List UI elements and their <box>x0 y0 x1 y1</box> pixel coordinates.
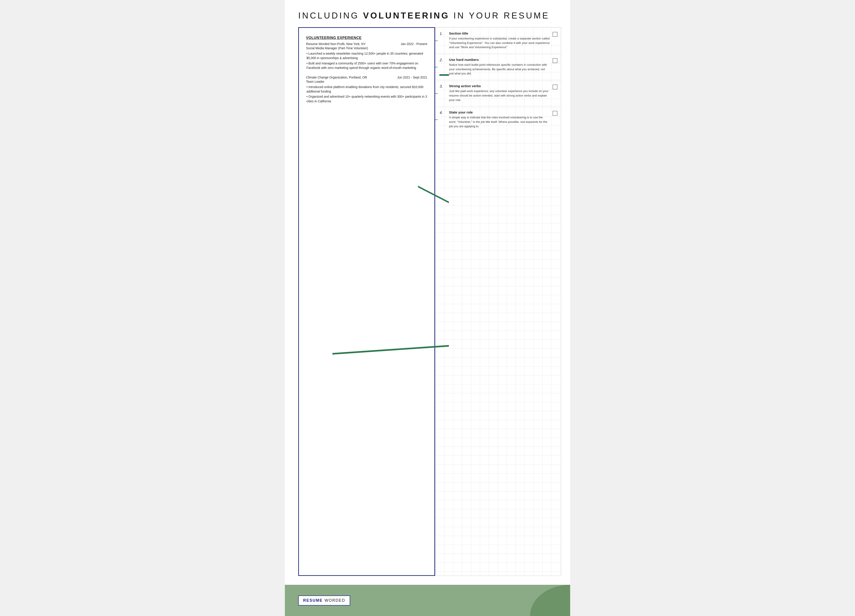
resume-bullet-1-2: • Built and managed a community of 2500+… <box>306 61 427 70</box>
tip-content-3: Strong action verbs Just like paid work … <box>449 84 550 102</box>
tip-checkbox-4[interactable] <box>553 111 558 116</box>
main-content: VOLUNTEERING EXPERIENCE Resume Worded No… <box>285 27 570 585</box>
resume-role-2: Team Leader <box>306 80 427 83</box>
title-suffix: IN YOUR RESUME <box>450 11 550 20</box>
tip-description-4: A simple way to indicate that the roles … <box>449 115 550 129</box>
resume-org-line-2: Climate Change Organization, Portland, O… <box>306 75 427 79</box>
tip-number-3: 3. <box>440 84 447 89</box>
page-title: INCLUDING VOLUNTEERING IN YOUR RESUME <box>298 11 557 20</box>
resume-org-1: Resume Worded Non-Profit, New York, NY <box>306 42 366 46</box>
resume-role-1: Social Media Manager (Part-Time Voluntee… <box>306 46 427 50</box>
title-bold: VOLUNTEERING <box>363 11 450 20</box>
tip-checkbox-1[interactable] <box>553 32 558 37</box>
resume-date-2: Jun 2021 - Sept 2021 <box>397 75 427 79</box>
tip-title-2: Use hard numbers <box>449 58 550 61</box>
resume-section-title: VOLUNTEERING EXPERIENCE <box>306 36 427 40</box>
tip-title-4: State your role <box>449 110 550 114</box>
title-prefix: INCLUDING <box>298 11 363 20</box>
tip-checkbox-3[interactable] <box>553 84 558 89</box>
resume-org-2: Climate Change Organization, Portland, O… <box>306 75 367 79</box>
resume-bullet-2-1: • Introduced online platform enabling do… <box>306 85 427 94</box>
tip-title-3: Strong action verbs <box>449 84 550 88</box>
tip-item-3: 3. Strong action verbs Just like paid wo… <box>435 80 561 106</box>
tip-description-1: If your volunteering experience is subst… <box>449 36 550 49</box>
resume-panel: VOLUNTEERING EXPERIENCE Resume Worded No… <box>298 27 435 576</box>
tip-number-1: 1. <box>440 31 447 36</box>
tip-content-1: Section title If your volunteering exper… <box>449 31 550 49</box>
tip-number-4: 4. <box>440 110 447 115</box>
brand-worded: WORDED <box>325 598 345 603</box>
bottom-section: RESUME WORDED <box>285 585 570 616</box>
resume-date-1: Jan 2022 - Present <box>401 42 427 46</box>
title-section: INCLUDING VOLUNTEERING IN YOUR RESUME <box>285 0 570 27</box>
tip-title-1: Section title <box>449 31 550 35</box>
resume-bullet-2-2: • Organized and advertised 10+ quarterly… <box>306 94 427 103</box>
tip-item-1: 1. Section title If your volunteering ex… <box>435 28 561 54</box>
tip-checkbox-2[interactable] <box>553 58 558 63</box>
resume-bullet-1-1: • Launched a weekly newsletter reaching … <box>306 51 427 60</box>
tip-item-4: 4. State your role A simple way to indic… <box>435 106 561 132</box>
tip-content-2: Use hard numbers Notice how each bullet … <box>449 58 550 76</box>
tip-item-2: 2. Use hard numbers Notice how each bull… <box>435 54 561 80</box>
tip-description-3: Just like paid work experience, any volu… <box>449 89 550 102</box>
tips-panel: 1. Section title If your volunteering ex… <box>435 27 561 576</box>
brand-box: RESUME WORDED <box>298 596 350 605</box>
tip-number-2: 2. <box>440 58 447 63</box>
resume-entry-2: Climate Change Organization, Portland, O… <box>306 75 427 104</box>
tip-description-2: Notice how each bullet point references … <box>449 63 550 76</box>
resume-org-line-1: Resume Worded Non-Profit, New York, NY J… <box>306 42 427 46</box>
tip-content-4: State your role A simple way to indicate… <box>449 110 550 129</box>
resume-entry-1: VOLUNTEERING EXPERIENCE Resume Worded No… <box>306 36 427 70</box>
brand-resume: RESUME <box>303 598 323 603</box>
